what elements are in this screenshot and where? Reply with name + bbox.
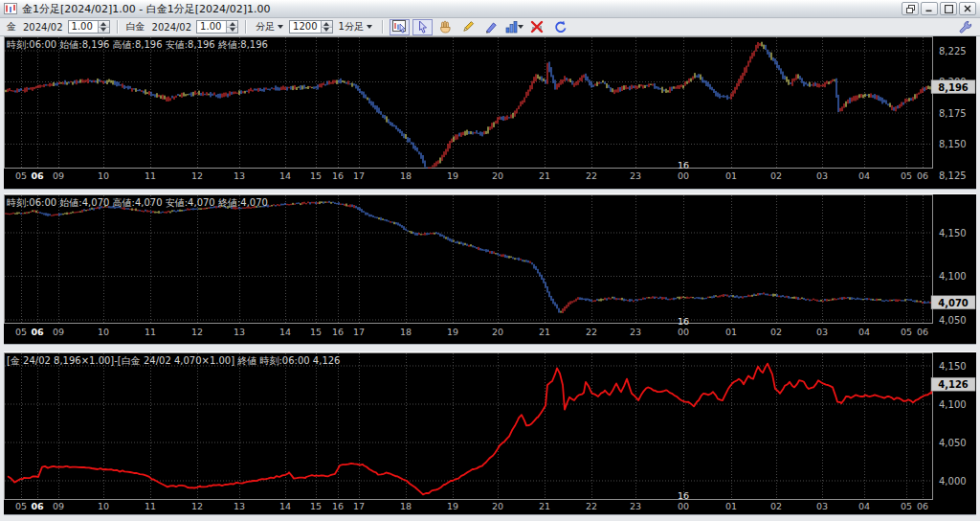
svg-text:15: 15 bbox=[310, 501, 322, 511]
gold-chart-panel[interactable]: 時刻:06:00 始値:8,196 高値:8,196 安値:8,196 終値:8… bbox=[4, 36, 976, 189]
svg-text:01: 01 bbox=[725, 327, 737, 337]
svg-text:18: 18 bbox=[400, 327, 412, 337]
svg-text:8,125: 8,125 bbox=[939, 170, 967, 181]
chart-area: 時刻:06:00 始値:8,196 高値:8,196 安値:8,196 終値:8… bbox=[4, 36, 976, 515]
svg-text:05: 05 bbox=[15, 327, 27, 337]
svg-text:15: 15 bbox=[310, 327, 322, 337]
svg-text:04: 04 bbox=[858, 327, 870, 337]
svg-text:16: 16 bbox=[332, 327, 344, 337]
spinner-arrows[interactable] bbox=[98, 21, 109, 33]
svg-text:8,175: 8,175 bbox=[939, 108, 967, 119]
close-icon bbox=[964, 5, 971, 12]
svg-text:01: 01 bbox=[725, 501, 737, 511]
gold-multiplier-value[interactable]: 1.00 bbox=[69, 21, 98, 33]
chevron-down-icon bbox=[518, 25, 523, 29]
down-arrow-icon bbox=[323, 28, 329, 32]
down-arrow-icon bbox=[230, 28, 235, 32]
svg-text:8,150: 8,150 bbox=[939, 139, 967, 149]
svg-text:10: 10 bbox=[98, 501, 109, 511]
refresh-button[interactable] bbox=[550, 19, 570, 35]
bar-count-spinner[interactable]: 1200 bbox=[289, 20, 332, 34]
svg-text:16: 16 bbox=[332, 170, 344, 181]
spin-down-button[interactable] bbox=[99, 27, 109, 34]
bar-chart-menu-button[interactable] bbox=[504, 19, 524, 35]
svg-text:4,100: 4,100 bbox=[939, 271, 967, 282]
svg-text:4,126: 4,126 bbox=[938, 379, 969, 390]
select-arrow-icon bbox=[416, 20, 429, 34]
svg-text:20: 20 bbox=[492, 327, 503, 337]
svg-text:02: 02 bbox=[770, 501, 782, 511]
svg-text:04: 04 bbox=[858, 501, 870, 511]
svg-text:4,050: 4,050 bbox=[939, 315, 967, 326]
spinner-arrows[interactable] bbox=[226, 21, 237, 33]
svg-text:02: 02 bbox=[770, 327, 782, 337]
period-dropdown[interactable]: 1分足 bbox=[336, 19, 375, 34]
svg-text:09: 09 bbox=[53, 501, 64, 511]
pencil-button[interactable] bbox=[458, 19, 479, 35]
pan-hand-icon bbox=[438, 20, 452, 34]
platinum-multiplier-value[interactable]: 1.00 bbox=[197, 21, 226, 33]
settings-wrench-button[interactable] bbox=[955, 19, 975, 35]
marker-pen-button[interactable] bbox=[481, 19, 501, 35]
new-window-button[interactable] bbox=[902, 2, 919, 15]
chart-cursor-icon bbox=[392, 20, 407, 34]
svg-text:10: 10 bbox=[98, 327, 109, 337]
minimize-button[interactable] bbox=[921, 2, 938, 15]
svg-text:11: 11 bbox=[145, 327, 156, 337]
toolbar-separator bbox=[245, 20, 246, 34]
svg-text:19: 19 bbox=[447, 501, 458, 511]
svg-text:4,100: 4,100 bbox=[939, 399, 967, 410]
up-arrow-icon bbox=[100, 22, 106, 26]
panel-splitter[interactable] bbox=[4, 344, 976, 352]
platinum-chart-panel[interactable]: 時刻:06:00 始値:4,070 高値:4,070 安値:4,070 終値:4… bbox=[4, 194, 976, 344]
svg-text:06: 06 bbox=[917, 170, 928, 181]
svg-text:03: 03 bbox=[816, 327, 828, 337]
svg-text:02: 02 bbox=[770, 170, 782, 181]
svg-text:16: 16 bbox=[678, 160, 689, 170]
svg-text:22: 22 bbox=[586, 327, 597, 337]
svg-text:17: 17 bbox=[353, 170, 365, 181]
svg-text:06: 06 bbox=[31, 327, 44, 337]
app-icon bbox=[4, 3, 17, 14]
toolbar: 金 2024/02 1.00 白金 2024/02 1.00 分足 1200 1… bbox=[0, 18, 980, 36]
spin-down-button[interactable] bbox=[227, 27, 237, 34]
svg-text:19: 19 bbox=[447, 327, 458, 337]
gold-label: 金 bbox=[5, 20, 18, 34]
platinum-multiplier-spinner[interactable]: 1.00 bbox=[196, 20, 238, 34]
svg-text:17: 17 bbox=[353, 327, 365, 337]
marker-pen-icon bbox=[484, 20, 498, 34]
gold-multiplier-spinner[interactable]: 1.00 bbox=[68, 20, 110, 34]
svg-text:4,050: 4,050 bbox=[939, 438, 967, 448]
svg-text:05: 05 bbox=[15, 501, 27, 511]
chevron-down-icon bbox=[367, 25, 372, 29]
svg-text:22: 22 bbox=[586, 501, 597, 511]
clear-drawings-button[interactable] bbox=[527, 19, 547, 35]
svg-text:06: 06 bbox=[917, 327, 928, 337]
svg-text:05: 05 bbox=[901, 501, 912, 511]
title-bar[interactable]: 金1分足[2024/02]1.00 - 白金1分足[2024/02]1.00 bbox=[0, 0, 980, 18]
interval-type-dropdown[interactable]: 分足 bbox=[253, 19, 286, 34]
pencil-icon bbox=[461, 20, 475, 34]
maximize-button[interactable] bbox=[940, 2, 957, 15]
pan-hand-button[interactable] bbox=[435, 19, 456, 35]
svg-text:21: 21 bbox=[539, 327, 550, 337]
spread-chart-panel[interactable]: [金 24/02 8,196×1.00]-[白金 24/02 4,070×1.0… bbox=[4, 352, 976, 514]
svg-text:06: 06 bbox=[31, 170, 44, 181]
gold-month-label: 2024/02 bbox=[21, 22, 65, 33]
spinner-arrows[interactable] bbox=[321, 21, 332, 33]
svg-text:16: 16 bbox=[678, 490, 689, 501]
svg-text:22: 22 bbox=[586, 170, 597, 181]
settings-wrench-icon bbox=[958, 20, 972, 34]
chart-cursor-button[interactable] bbox=[390, 19, 410, 35]
svg-text:01: 01 bbox=[725, 170, 737, 181]
svg-text:03: 03 bbox=[816, 170, 828, 181]
close-button[interactable] bbox=[959, 2, 976, 15]
svg-text:12: 12 bbox=[191, 501, 203, 511]
select-arrow-button[interactable] bbox=[412, 19, 433, 35]
svg-text:16: 16 bbox=[332, 501, 344, 511]
up-arrow-icon bbox=[323, 22, 329, 26]
bar-count-value[interactable]: 1200 bbox=[290, 21, 320, 33]
svg-text:17: 17 bbox=[353, 501, 365, 511]
svg-text:4,150: 4,150 bbox=[939, 228, 967, 238]
spin-down-button[interactable] bbox=[322, 27, 332, 34]
